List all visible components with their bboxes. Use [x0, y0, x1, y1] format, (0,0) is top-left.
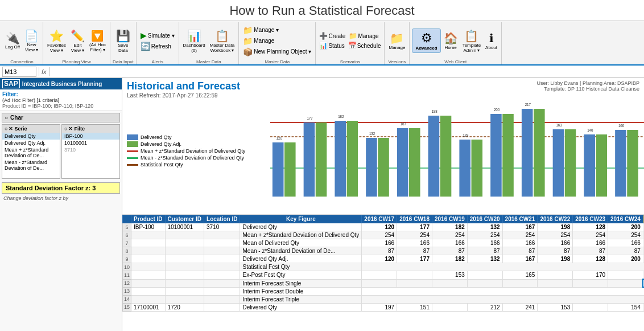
cell-val[interactable]: 166 — [467, 239, 502, 247]
cell-val[interactable]: 254 — [432, 231, 467, 239]
manage-top-button[interactable]: 📁Manage ▾ — [241, 25, 313, 35]
serie-item-mean-plus[interactable]: Mean + z*Standard Deviation of De... — [2, 146, 60, 159]
cell-val[interactable]: 132 — [467, 223, 502, 231]
cell-val[interactable]: 87 — [573, 247, 608, 255]
refresh-button[interactable]: 🔄 Refresh — [139, 41, 176, 51]
cell-val[interactable]: 128 — [573, 255, 608, 263]
new-planning-object-button[interactable]: 📦New Planning Object ▾ — [241, 47, 313, 57]
home-button[interactable]: 🏠 Home — [442, 30, 460, 51]
cell-val[interactable]: 153 — [432, 271, 467, 280]
cell-val[interactable]: 254 — [397, 231, 432, 239]
about-button[interactable]: ℹ About — [484, 30, 499, 51]
cell-val[interactable]: 166 — [573, 239, 608, 247]
cell-val[interactable]: 153 — [538, 303, 573, 311]
cell-val[interactable]: 254 — [362, 231, 397, 239]
cell-ref-input[interactable] — [2, 67, 36, 77]
serie-item-delivered-adj[interactable]: Delivered Qty Adj. — [2, 140, 60, 146]
cell-val[interactable]: 154 — [608, 303, 643, 311]
cell-val[interactable] — [362, 271, 397, 280]
cell-val[interactable]: 200 — [608, 255, 643, 263]
cell-val[interactable]: 120 — [362, 255, 397, 263]
template-admin-button[interactable]: 📋 TemplateAdmin ▾ — [461, 28, 482, 54]
cell-location-id[interactable] — [204, 303, 240, 311]
cell-val[interactable]: 177 — [397, 255, 432, 263]
cell-val[interactable] — [573, 279, 608, 287]
serie-item-delivered-qty[interactable]: Delivered Qty — [2, 133, 60, 140]
cell-product-id[interactable]: IBP-100 — [131, 223, 166, 231]
cell-val[interactable] — [538, 279, 573, 287]
status-button[interactable]: 📊Status — [318, 41, 345, 50]
cell-val[interactable]: 166 — [502, 239, 538, 247]
manage-versions-button[interactable]: 📁 Manage — [387, 30, 407, 51]
cell-val[interactable]: 167 — [502, 255, 538, 263]
cell-val[interactable] — [467, 279, 502, 287]
cell-val[interactable]: 200 — [608, 223, 643, 231]
cell-val[interactable]: 151 — [397, 303, 432, 311]
master-data-workbook-button[interactable]: 📋 Master DataWorkbook ▾ — [208, 28, 237, 54]
edit-view-button[interactable]: ✏️ EditView ▾ — [69, 28, 86, 54]
cell-customer-id[interactable]: 1720 — [165, 303, 204, 311]
cell-val[interactable]: 167 — [502, 223, 538, 231]
cell-val[interactable]: 197 — [362, 303, 397, 311]
cell-val[interactable]: 182 — [432, 223, 467, 231]
new-view-button[interactable]: 📄 NewView ▾ — [23, 28, 40, 54]
schedule-button[interactable]: 📅Schedule — [347, 41, 382, 50]
cell-location-id[interactable]: 3710 — [204, 223, 240, 231]
manage-scenarios-button[interactable]: 📁Manage — [348, 31, 379, 40]
cell-val[interactable]: 166 — [432, 239, 467, 247]
cell-val[interactable]: 254 — [573, 231, 608, 239]
cell-val[interactable]: 120 — [362, 223, 397, 231]
cell-val[interactable] — [397, 279, 432, 287]
cell-val[interactable]: 166 — [397, 239, 432, 247]
adhoc-filter-button[interactable]: 🔽 (Ad HocFilter) ▾ — [88, 28, 108, 54]
cell-val[interactable]: 87 — [608, 247, 643, 255]
cell-val[interactable]: 132 — [467, 255, 502, 263]
cell-val[interactable]: 241 — [502, 303, 538, 311]
cell-product-id[interactable]: 17100001 — [131, 303, 166, 311]
log-off-button[interactable]: 🔌 Log Off — [3, 30, 22, 51]
filter-value-1[interactable]: IBP-100 — [62, 133, 119, 140]
cell-val[interactable]: 87 — [362, 247, 397, 255]
manage-bottom-button[interactable]: 📁Manage — [241, 36, 313, 46]
cell-val[interactable]: 198 — [538, 255, 573, 263]
cell-val[interactable] — [467, 271, 502, 280]
cell-val[interactable]: 254 — [538, 231, 573, 239]
cell-val[interactable]: 87 — [538, 247, 573, 255]
cell-val[interactable]: 170 — [573, 271, 608, 280]
cell-val[interactable]: 87 — [502, 247, 538, 255]
cell-customer-id[interactable]: 10100001 — [165, 223, 204, 231]
cell-val[interactable] — [432, 279, 467, 287]
cell-val[interactable]: 87 — [467, 247, 502, 255]
cell-val[interactable]: 166 — [362, 239, 397, 247]
dashboard-button[interactable]: 📊 Dashboard(0) — [181, 28, 207, 54]
cell-val[interactable]: 87 — [397, 247, 432, 255]
cell-val[interactable]: 166 — [538, 239, 573, 247]
cell-val[interactable]: 212 — [467, 303, 502, 311]
cell-val[interactable]: 254 — [502, 231, 538, 239]
favorites-button[interactable]: ⭐ FavoritesView ▾ — [46, 28, 68, 54]
cell-val[interactable] — [397, 271, 432, 280]
cell-val[interactable] — [502, 279, 538, 287]
cell-val[interactable]: 198 — [538, 223, 573, 231]
cell-val[interactable]: 87 — [432, 247, 467, 255]
simulate-button[interactable]: ▶ Simulate ▾ — [139, 30, 176, 40]
serie-item-mean-minus[interactable]: Mean - z*Standard Deviation of De... — [2, 159, 60, 171]
formula-input[interactable] — [52, 67, 642, 77]
cell-val[interactable]: 165 — [502, 271, 538, 280]
create-button[interactable]: ➕Create — [318, 31, 346, 40]
cell-val[interactable] — [538, 271, 573, 280]
advanced-button[interactable]: ⚙ Advanced — [412, 28, 440, 53]
cell-val[interactable]: 254 — [467, 231, 502, 239]
cell-val[interactable] — [608, 271, 643, 280]
cell-val[interactable] — [608, 279, 643, 287]
filter-value-2[interactable]: 10100001 — [62, 140, 119, 146]
cell-val[interactable]: 254 — [608, 231, 643, 239]
cell-val[interactable] — [432, 303, 467, 311]
cell-val[interactable]: 182 — [432, 255, 467, 263]
cell-val[interactable]: 166 — [608, 239, 643, 247]
cell-val[interactable] — [362, 279, 397, 287]
save-data-button[interactable]: 💾 SaveData — [114, 28, 132, 54]
cell-val[interactable]: 177 — [397, 223, 432, 231]
cell-val[interactable] — [573, 303, 608, 311]
cell-val[interactable]: 128 — [573, 223, 608, 231]
